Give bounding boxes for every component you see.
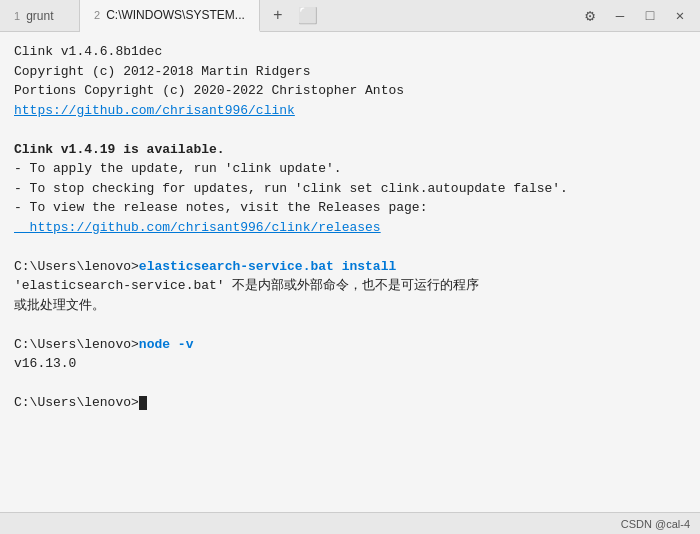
tab2-number: 2	[94, 9, 100, 21]
line-blank-4	[14, 374, 686, 394]
prompt-node: C:\Users\lenovo>	[14, 337, 139, 352]
tab-system[interactable]: 2 C:\WINDOWS\SYSTEM...	[80, 0, 260, 32]
settings-button[interactable]: ⚙	[576, 2, 604, 30]
line-blank-3	[14, 315, 686, 335]
cmd-elastic-text: elasticsearch-service.bat install	[139, 259, 396, 274]
line-blank-2	[14, 237, 686, 257]
maximize-button[interactable]: □	[636, 2, 664, 30]
tab2-label: C:\WINDOWS\SYSTEM...	[106, 8, 245, 22]
terminal-window: 1 grunt 2 C:\WINDOWS\SYSTEM... + ⬜ ⚙ — □…	[0, 0, 700, 534]
tab-bar: 1 grunt 2 C:\WINDOWS\SYSTEM... + ⬜ ⚙ — □…	[0, 0, 700, 32]
line-current-prompt: C:\Users\lenovo>	[14, 393, 686, 413]
line-node-version: v16.13.0	[14, 354, 686, 374]
line-portions: Portions Copyright (c) 2020-2022 Christo…	[14, 81, 686, 101]
line-apply-update: - To apply the update, run 'clink update…	[14, 159, 686, 179]
line-blank-1	[14, 120, 686, 140]
cursor-blink	[139, 396, 147, 410]
line-release-notes: - To view the release notes, visit the R…	[14, 198, 686, 218]
tab-bar-actions: + ⬜	[264, 2, 322, 30]
terminal-output[interactable]: Clink v1.4.6.8b1dec Copyright (c) 2012-2…	[0, 32, 700, 512]
status-bar: CSDN @cal-4	[0, 512, 700, 534]
minimize-button[interactable]: —	[606, 2, 634, 30]
line-releases-link: https://github.com/chrisant996/clink/rel…	[14, 218, 686, 238]
line-update-available: Clink v1.4.19 is available.	[14, 140, 686, 160]
add-tab-button[interactable]: +	[264, 2, 292, 30]
line-github-link: https://github.com/chrisant996/clink	[14, 101, 686, 121]
window-controls: ⚙ — □ ✕	[576, 2, 700, 30]
line-stop-checking: - To stop checking for updates, run 'cli…	[14, 179, 686, 199]
tab1-label: grunt	[26, 9, 53, 23]
line-cmd-elastic: C:\Users\lenovo>elasticsearch-service.ba…	[14, 257, 686, 277]
prompt-current: C:\Users\lenovo>	[14, 395, 139, 410]
status-text: CSDN @cal-4	[621, 518, 690, 530]
cmd-node-text: node -v	[139, 337, 194, 352]
line-clink-version: Clink v1.4.6.8b1dec	[14, 42, 686, 62]
line-copyright: Copyright (c) 2012-2018 Martin Ridgers	[14, 62, 686, 82]
layout-button[interactable]: ⬜	[294, 2, 322, 30]
tab1-number: 1	[14, 10, 20, 22]
tab-grunt[interactable]: 1 grunt	[0, 0, 80, 32]
line-error-elastic: 'elasticsearch-service.bat' 不是内部或外部命令，也不…	[14, 276, 686, 315]
prompt-elastic: C:\Users\lenovo>	[14, 259, 139, 274]
close-button[interactable]: ✕	[666, 2, 694, 30]
line-cmd-node: C:\Users\lenovo>node -v	[14, 335, 686, 355]
